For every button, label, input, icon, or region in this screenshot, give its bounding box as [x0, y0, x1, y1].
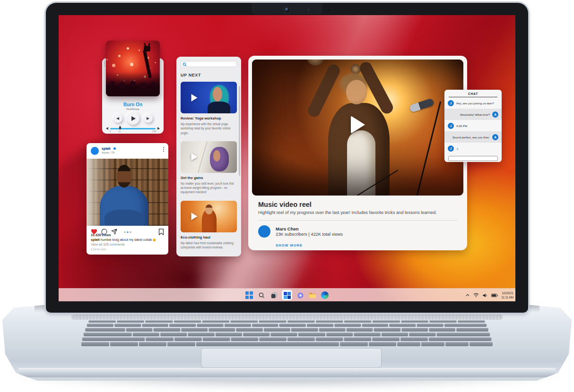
video-thumbnail[interactable]: [181, 82, 237, 113]
edge-browser-button[interactable]: [321, 291, 329, 299]
location[interactable]: Austin, TX: [102, 151, 115, 154]
keyboard-key: [316, 320, 343, 323]
bookmark-icon[interactable]: [158, 229, 164, 235]
laptop-screen: Burn On FireShrine 0 21 1:5: [46, 3, 528, 313]
keyboard-key: [373, 320, 400, 323]
slider-thumb[interactable]: [119, 126, 121, 129]
search-input[interactable]: [187, 61, 235, 67]
keyboard-key: [146, 320, 173, 323]
keyboard-key: [117, 320, 145, 323]
keyboard-key: [126, 328, 153, 332]
play-button[interactable]: [127, 112, 139, 125]
keyboard-key: [279, 324, 306, 327]
keyboard-key: [319, 328, 346, 332]
play-icon[interactable]: [191, 213, 197, 220]
keyboard-key: [421, 342, 444, 346]
keyboard-key: [437, 332, 490, 336]
more-menu-icon[interactable]: [163, 147, 164, 152]
username[interactable]: splatt: [102, 147, 111, 150]
post-header: splatt Austin, TX: [87, 143, 168, 159]
thumbnail-figure: [213, 87, 222, 102]
video-title[interactable]: Get the gains: [181, 176, 237, 180]
progress-end: 1:50: [152, 130, 156, 133]
keyboard-key: [87, 324, 113, 327]
pinned-app-active-button[interactable]: [282, 290, 292, 300]
caption-username[interactable]: splatt: [91, 238, 100, 241]
verified-badge-icon: [113, 147, 116, 150]
keyboard-key: [170, 324, 196, 327]
microphone-dot: [328, 9, 329, 10]
clock[interactable]: 10/20/21 11:11 AM: [501, 291, 513, 299]
task-view-button[interactable]: [270, 291, 278, 299]
start-button[interactable]: [245, 291, 253, 299]
keyboard-key: [409, 332, 435, 336]
video-thumbnail[interactable]: [181, 141, 237, 173]
post-caption: splatt humble brag about my latest colla…: [91, 238, 162, 241]
view-count: 10.328 views: [91, 233, 111, 237]
crowd-silhouette: [106, 72, 160, 96]
message-text: :): [456, 147, 458, 150]
search-button[interactable]: [257, 291, 266, 299]
keyboard-key: [202, 320, 230, 323]
keyboard-key: [133, 332, 159, 336]
keyboard-key: [291, 328, 318, 332]
show-more-button[interactable]: SHOW MORE: [276, 243, 463, 247]
keyboard-key: [89, 320, 116, 323]
laptop-base: [0, 305, 574, 381]
keyboard-key: [110, 342, 138, 346]
keyboard-key: [287, 337, 315, 341]
avatar[interactable]: [91, 147, 99, 155]
scrollbar[interactable]: [239, 86, 240, 176]
keyboard-key: [326, 332, 353, 336]
channel-avatar[interactable]: [258, 225, 270, 238]
chat-input[interactable]: [448, 156, 498, 161]
search-icon: [259, 292, 265, 298]
keyboard-key: [445, 342, 469, 346]
keyboard-key: [160, 332, 187, 336]
teams-chat-button[interactable]: [296, 291, 304, 299]
avatar: A: [492, 134, 498, 140]
view-comments-link[interactable]: View all 328 comments: [91, 243, 125, 246]
video-title: Music video reel: [258, 201, 463, 208]
keyboard-key: [196, 342, 339, 346]
progress-slider[interactable]: [110, 128, 156, 129]
up-next-item[interactable]: Eco-clothing haul My latest haul from su…: [181, 201, 237, 250]
speaker-icon[interactable]: [482, 293, 488, 298]
volume-icon[interactable]: [157, 127, 160, 130]
search-bar[interactable]: [181, 61, 237, 67]
screw: [356, 374, 358, 376]
volume-mute-icon[interactable]: [106, 127, 108, 130]
up-next-item[interactable]: Get the gains No matter your skill level…: [181, 141, 237, 195]
video-title[interactable]: Eco-clothing haul: [181, 235, 237, 239]
keyboard-key: [417, 324, 444, 327]
channel-name[interactable]: Mars Chen: [276, 226, 299, 231]
folder-icon: [309, 292, 316, 298]
file-explorer-button[interactable]: [308, 291, 317, 299]
avatar: J: [448, 123, 454, 129]
keyboard-key: [307, 324, 333, 327]
keyboard-key: [174, 320, 201, 323]
play-icon[interactable]: [351, 116, 365, 134]
battery-icon[interactable]: [491, 293, 498, 298]
video-thumbnail[interactable]: [181, 201, 237, 232]
keyboard-key: [369, 342, 397, 346]
chevron-up-icon[interactable]: [465, 293, 470, 297]
keyboard-key: [429, 337, 492, 341]
up-next-item[interactable]: Review: Yoga workshop My experience with…: [181, 82, 237, 135]
keyboard-key: [244, 332, 270, 336]
play-icon[interactable]: [191, 153, 197, 161]
keyboard-key: [347, 328, 373, 332]
play-icon[interactable]: [191, 94, 197, 102]
next-button[interactable]: [144, 114, 153, 123]
video-description: My experience with the virtual yoga work…: [181, 122, 237, 135]
video-title[interactable]: Review: Yoga workshop: [181, 116, 237, 120]
previous-button[interactable]: [113, 114, 122, 123]
keyboard-key: [344, 320, 372, 323]
drag-handle-icon[interactable]: [104, 61, 105, 66]
up-next-panel: UP NEXT Review: Yoga workshop My experie…: [176, 57, 241, 256]
share-icon[interactable]: [111, 229, 117, 235]
wifi-icon[interactable]: [473, 293, 479, 298]
keyboard-key: [271, 332, 297, 336]
avatar: A: [492, 111, 498, 118]
video-player[interactable]: [252, 60, 463, 196]
